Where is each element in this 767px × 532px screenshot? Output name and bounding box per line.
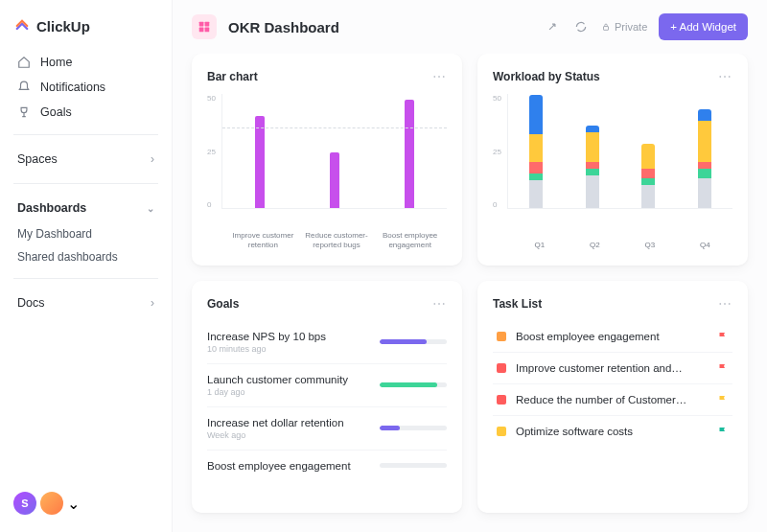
sidebar-item-shared-dashboards[interactable]: Shared dashboards bbox=[13, 245, 158, 268]
nav-home[interactable]: Home bbox=[13, 50, 158, 75]
x-tick-label: Reduce customer-reported bugs bbox=[303, 231, 369, 249]
flag-icon[interactable] bbox=[717, 394, 729, 405]
goal-name: Launch customer community bbox=[207, 374, 370, 385]
bar-plot bbox=[221, 94, 447, 209]
card-menu-icon[interactable]: ⋯ bbox=[718, 69, 732, 84]
card-workload: Workload by Status ⋯ 50 25 0 Q1Q2Q3Q4 bbox=[477, 54, 748, 266]
chevron-right-icon: › bbox=[151, 152, 154, 166]
section-label: Dashboards bbox=[17, 201, 86, 215]
brand-logo[interactable]: ClickUp bbox=[13, 17, 158, 35]
section-label: Docs bbox=[17, 296, 44, 310]
task-row[interactable]: Improve customer retention and… bbox=[493, 353, 732, 384]
goal-time: 10 minutes ago bbox=[207, 344, 370, 354]
divider bbox=[13, 278, 158, 279]
goal-row[interactable]: Boost employee engagement bbox=[207, 451, 447, 481]
brand-mark-icon bbox=[13, 17, 31, 35]
goal-name: Increase NPS by 10 bps bbox=[207, 331, 370, 342]
chevron-down-icon: ⌄ bbox=[147, 203, 154, 214]
nav-label: Goals bbox=[40, 105, 72, 119]
task-row[interactable]: Boost employee engagement bbox=[493, 321, 732, 353]
sidebar-item-my-dashboard[interactable]: My Dashboard bbox=[13, 222, 158, 245]
page-title: OKR Dashboard bbox=[228, 19, 339, 35]
goal-row[interactable]: Launch customer community1 day ago bbox=[207, 364, 447, 407]
status-square-icon bbox=[497, 427, 506, 436]
nav-goals[interactable]: Goals bbox=[13, 100, 158, 125]
divider bbox=[13, 134, 158, 135]
lock-icon bbox=[601, 22, 611, 32]
flag-icon[interactable] bbox=[717, 426, 729, 437]
goal-time: Week ago bbox=[207, 430, 370, 440]
task-name: Improve customer retention and… bbox=[516, 362, 708, 374]
main: OKR Dashboard Private + Add Widget Bar c… bbox=[173, 0, 767, 532]
goal-row[interactable]: Increase NPS by 10 bps10 minutes ago bbox=[207, 321, 447, 364]
section-docs[interactable]: Docs › bbox=[13, 289, 158, 317]
svg-rect-4 bbox=[604, 27, 609, 31]
x-tick-label: Improve customer retention bbox=[230, 231, 296, 249]
x-tick-label: Q3 bbox=[622, 241, 678, 250]
x-axis-labels: Improve customer retentionReduce custome… bbox=[207, 231, 447, 249]
goal-time: 1 day ago bbox=[207, 387, 370, 397]
x-axis-labels: Q1Q2Q3Q4 bbox=[493, 241, 732, 250]
nav-notifications[interactable]: Notifications bbox=[13, 75, 158, 100]
status-square-icon bbox=[497, 363, 506, 373]
workspace-avatars[interactable]: S ⌄ bbox=[13, 492, 158, 515]
card-task-list: Task List ⋯ Boost employee engagementImp… bbox=[477, 281, 748, 513]
flag-icon[interactable] bbox=[717, 362, 729, 374]
task-list: Boost employee engagementImprove custome… bbox=[493, 321, 732, 447]
brand-name: ClickUp bbox=[36, 18, 90, 35]
task-name: Reduce the number of Customer… bbox=[516, 394, 708, 405]
status-square-icon bbox=[497, 395, 506, 405]
progress-bar bbox=[380, 339, 447, 344]
stacked-bar bbox=[586, 126, 599, 208]
dashboard-app-icon bbox=[192, 14, 217, 39]
privacy-indicator[interactable]: Private bbox=[601, 21, 647, 33]
chevron-right-icon: › bbox=[151, 296, 154, 310]
card-menu-icon[interactable]: ⋯ bbox=[432, 296, 447, 312]
card-title: Task List bbox=[493, 297, 542, 311]
progress-bar bbox=[380, 426, 447, 430]
y-axis: 50 25 0 bbox=[207, 94, 221, 209]
goal-name: Increase net dollar retention bbox=[207, 417, 370, 428]
home-icon bbox=[17, 56, 31, 69]
section-label: Spaces bbox=[17, 152, 58, 166]
goal-row[interactable]: Increase net dollar retentionWeek ago bbox=[207, 407, 447, 451]
task-name: Boost employee engagement bbox=[516, 331, 708, 342]
privacy-label: Private bbox=[615, 21, 647, 33]
card-title: Goals bbox=[207, 297, 239, 311]
x-tick-label: Q4 bbox=[678, 241, 733, 250]
x-tick-label: Q1 bbox=[512, 241, 568, 250]
section-spaces[interactable]: Spaces › bbox=[13, 145, 158, 173]
bar bbox=[405, 100, 414, 208]
expand-icon[interactable] bbox=[544, 18, 561, 35]
goal-name: Boost employee engagement bbox=[207, 460, 370, 472]
add-widget-button[interactable]: + Add Widget bbox=[659, 13, 748, 40]
progress-bar bbox=[380, 382, 447, 387]
card-menu-icon[interactable]: ⋯ bbox=[718, 296, 732, 312]
stacked-bar bbox=[529, 95, 543, 208]
status-square-icon bbox=[497, 332, 506, 341]
task-row[interactable]: Optimize software costs bbox=[493, 416, 732, 447]
trophy-icon bbox=[17, 105, 31, 119]
x-tick-label: Q2 bbox=[568, 241, 623, 250]
svg-rect-3 bbox=[205, 28, 210, 33]
divider bbox=[13, 183, 158, 184]
nav-label: Home bbox=[40, 56, 72, 69]
card-title: Workload by Status bbox=[493, 70, 600, 83]
stacked-bar bbox=[641, 144, 655, 208]
progress-bar bbox=[380, 463, 447, 468]
stacked-bar-plot bbox=[507, 94, 732, 209]
goals-list: Increase NPS by 10 bps10 minutes agoLaun… bbox=[207, 321, 447, 481]
y-axis: 50 25 0 bbox=[493, 94, 507, 209]
topbar: OKR Dashboard Private + Add Widget bbox=[173, 0, 767, 54]
flag-icon[interactable] bbox=[717, 331, 729, 342]
avatar bbox=[40, 492, 63, 515]
bar bbox=[330, 152, 339, 208]
section-dashboards[interactable]: Dashboards ⌄ bbox=[13, 194, 158, 222]
refresh-icon[interactable] bbox=[572, 18, 590, 35]
sidebar: ClickUp Home Notifications Goals Spaces … bbox=[0, 0, 173, 532]
card-menu-icon[interactable]: ⋯ bbox=[432, 69, 447, 84]
svg-rect-1 bbox=[205, 22, 210, 27]
stacked-bar bbox=[698, 109, 711, 208]
card-goals: Goals ⋯ Increase NPS by 10 bps10 minutes… bbox=[192, 281, 462, 513]
task-row[interactable]: Reduce the number of Customer… bbox=[493, 384, 732, 416]
